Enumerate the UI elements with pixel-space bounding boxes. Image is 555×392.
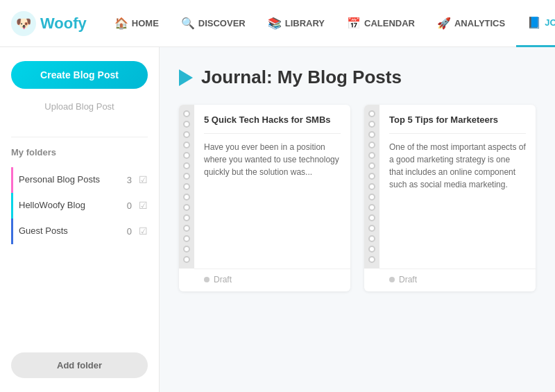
- blog-card-1[interactable]: Top 5 Tips for Marketeers One of the mos…: [364, 105, 536, 291]
- card-body-0: 5 Quick Tech Hacks for SMBs Have you eve…: [194, 105, 350, 269]
- card-title-0: 5 Quick Tech Hacks for SMBs: [204, 114, 341, 125]
- logo-icon: 🐶: [11, 11, 36, 36]
- card-title-1: Top 5 Tips for Marketeers: [389, 114, 526, 125]
- sidebar-divider: [11, 137, 148, 137]
- create-blog-post-button[interactable]: Create Blog Post: [11, 61, 148, 89]
- calendar-icon: 📅: [347, 17, 361, 30]
- play-icon: [179, 69, 193, 86]
- logo-text: Woofy: [40, 15, 87, 33]
- analytics-icon: 🚀: [437, 17, 451, 30]
- card-top-0: 5 Quick Tech Hacks for SMBs Have you eve…: [179, 105, 350, 269]
- spiral-strip-0: [179, 105, 194, 269]
- folder-edit-icon-1[interactable]: ☑: [139, 200, 148, 211]
- folder-hellowoofy-blog[interactable]: HelloWoofy Blog 0 ☑: [11, 193, 148, 219]
- logo[interactable]: 🐶 Woofy: [11, 11, 87, 36]
- card-status-0: Draft: [214, 275, 232, 284]
- upload-blog-post-button[interactable]: Upload Blog Post: [11, 97, 148, 116]
- card-body-1: Top 5 Tips for Marketeers One of the mos…: [379, 105, 536, 269]
- nav-journal[interactable]: 📘 JOURNAL: [516, 0, 555, 47]
- card-text-1: One of the most important aspects of a g…: [389, 141, 526, 262]
- card-status-dot-1: [389, 277, 395, 282]
- nav-items: 🏠 HOME 🔍 DISCOVER 📚 LIBRARY 📅 CALENDAR 🚀…: [103, 0, 555, 47]
- home-icon: 🏠: [114, 17, 128, 30]
- nav-analytics[interactable]: 🚀 ANALYTICS: [426, 0, 516, 47]
- folder-personal-blog-posts[interactable]: Personal Blog Posts 3 ☑: [11, 167, 148, 193]
- navbar: 🐶 Woofy 🏠 HOME 🔍 DISCOVER 📚 LIBRARY 📅 CA…: [0, 0, 555, 47]
- nav-discover[interactable]: 🔍 DISCOVER: [170, 0, 257, 47]
- content-area: Journal: My Blog Posts: [160, 47, 555, 392]
- nav-home[interactable]: 🏠 HOME: [103, 0, 170, 47]
- folder-guest-posts[interactable]: Guest Posts 0 ☑: [11, 219, 148, 244]
- card-top-1: Top 5 Tips for Marketeers One of the mos…: [364, 105, 536, 269]
- nav-library[interactable]: 📚 LIBRARY: [257, 0, 336, 47]
- sidebar: Create Blog Post Upload Blog Post My fol…: [0, 47, 160, 392]
- folder-edit-icon-2[interactable]: ☑: [139, 225, 148, 237]
- folder-edit-icon-0[interactable]: ☑: [139, 174, 148, 185]
- page-title: Journal: My Blog Posts: [201, 67, 402, 88]
- discover-icon: 🔍: [181, 17, 195, 30]
- folders-label: My folders: [11, 147, 148, 157]
- card-status-dot-0: [204, 277, 210, 282]
- library-icon: 📚: [268, 17, 282, 30]
- add-folder-button[interactable]: Add folder: [11, 352, 148, 378]
- cards-grid: 5 Quick Tech Hacks for SMBs Have you eve…: [179, 105, 536, 291]
- card-text-0: Have you ever been in a position where y…: [204, 141, 341, 262]
- blog-card-0[interactable]: 5 Quick Tech Hacks for SMBs Have you eve…: [179, 105, 350, 291]
- card-status-1: Draft: [399, 275, 417, 284]
- page-header: Journal: My Blog Posts: [179, 67, 536, 88]
- main-layout: Create Blog Post Upload Blog Post My fol…: [0, 47, 555, 392]
- card-footer-1: Draft: [379, 269, 536, 291]
- card-footer-0: Draft: [194, 269, 350, 291]
- nav-calendar[interactable]: 📅 CALENDAR: [336, 0, 426, 47]
- spiral-strip-1: [364, 105, 379, 269]
- journal-icon: 📘: [527, 16, 541, 29]
